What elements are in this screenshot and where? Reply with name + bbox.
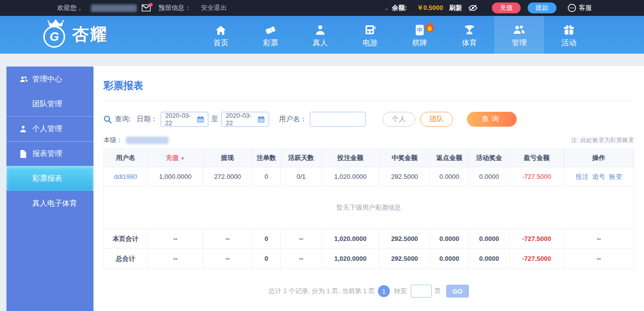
- col-rebate: 返点金额: [430, 149, 469, 167]
- pagination: 总计 1 个记录, 分为 1 页, 当前第 1 页 1 转至 页 GO: [103, 285, 634, 298]
- col-username: 用户名: [104, 149, 148, 167]
- page-total-activity-bonus: 0.0000: [469, 229, 510, 249]
- people-icon: [513, 24, 526, 35]
- main-nav-bar: G 杏耀 首页 彩票 真人 电游 中 棋牌 体育: [0, 16, 644, 54]
- page-total-actions: --: [564, 229, 634, 249]
- row-withdraw: 272.0000: [203, 167, 252, 186]
- level-label: 本级：: [103, 136, 123, 145]
- sidebar-item-live-esports[interactable]: 真人电子体育: [6, 191, 93, 216]
- col-deposit-sortable[interactable]: 充值 ▼: [148, 149, 203, 167]
- sidebar: 管理中心 团队管理 个人管理 报表管理 彩票报表 真人电子体育: [6, 67, 93, 311]
- nav-item-label: 彩票: [263, 38, 278, 48]
- grand-total-row: 总合计 -- -- 0 -- 1,020.0000 292.5000 0.000…: [104, 249, 634, 269]
- top-status-bar: 欢迎您， 预留信息： 安全退出 ⌄ 余额: ￥0.5000 刷新 充值 提款 客…: [0, 0, 644, 16]
- grand-total-profit-loss: -727.5000: [510, 249, 564, 269]
- row-rebate: 0.0000: [430, 167, 469, 186]
- account-change-link[interactable]: 账变: [609, 173, 622, 180]
- date-label: 日期：: [137, 115, 158, 124]
- goto-page-input[interactable]: [411, 285, 432, 298]
- row-profit-loss: -727.5000: [510, 167, 564, 186]
- page-total-bet-count: 0: [252, 229, 281, 249]
- withdraw-button[interactable]: 提款: [528, 2, 556, 13]
- page-total-profit-loss: -727.5000: [510, 229, 564, 249]
- nav-item-label: 管理: [512, 38, 527, 48]
- page-total-rebate: 0.0000: [430, 229, 469, 249]
- nav-item-label: 棋牌: [412, 38, 427, 48]
- row-actions: 投注 追号 账变: [564, 167, 634, 186]
- grand-total-rebate: 0.0000: [430, 249, 469, 269]
- nav-item-label: 真人: [313, 38, 328, 48]
- nav-item-promotions[interactable]: 活动: [544, 16, 594, 54]
- person-icon: [315, 24, 326, 35]
- chase-link[interactable]: 追号: [592, 173, 605, 180]
- sidebar-item-team-management[interactable]: 团队管理: [6, 91, 93, 116]
- nav-item-home[interactable]: 首页: [196, 16, 246, 54]
- logout-link[interactable]: 安全退出: [201, 3, 227, 12]
- goto-label: 转至: [394, 287, 407, 296]
- sidebar-item-label: 彩票报表: [32, 174, 62, 183]
- nav-item-egames[interactable]: 电游: [345, 16, 395, 54]
- title-divider: [103, 100, 634, 101]
- row-bet-amount: 1,020.0000: [322, 167, 379, 186]
- query-button[interactable]: 查询: [467, 112, 517, 127]
- page-title: 彩票报表: [103, 66, 634, 92]
- mail-button[interactable]: [142, 4, 151, 11]
- page-total-active-days: --: [281, 229, 322, 249]
- sidebar-item-management-center[interactable]: 管理中心: [6, 67, 93, 91]
- home-icon: [215, 25, 226, 35]
- nav-item-boardgames[interactable]: 中 棋牌: [395, 16, 445, 54]
- sidebar-item-label: 报表管理: [32, 149, 62, 158]
- sidebar-item-report-management[interactable]: 报表管理: [6, 141, 93, 166]
- date-from-value: 2020-03-22: [165, 112, 197, 127]
- trophy-icon: [464, 24, 475, 35]
- calendar-icon: [258, 116, 265, 123]
- team-filter-button[interactable]: 团队: [420, 112, 453, 127]
- deposit-button[interactable]: 充值: [492, 2, 521, 13]
- main-content: 彩票报表 查询: 日期： 2020-03-22 至 2020-03-22 用户名…: [93, 66, 644, 311]
- page-total-win-amount: 292.5000: [379, 229, 430, 249]
- chevron-down-icon[interactable]: ⌄: [384, 5, 389, 11]
- col-win-amount: 中奖金额: [379, 149, 430, 167]
- row-username-link[interactable]: ddl1980: [114, 173, 137, 180]
- date-to-input[interactable]: 2020-03-22: [221, 112, 269, 127]
- nav-item-live[interactable]: 真人: [295, 16, 345, 54]
- brand-logo[interactable]: G 杏耀: [42, 16, 108, 54]
- username-input[interactable]: [310, 112, 366, 127]
- go-button[interactable]: GO: [446, 285, 469, 298]
- sidebar-item-lottery-report[interactable]: 彩票报表: [6, 166, 93, 191]
- nav-item-sports[interactable]: 体育: [445, 16, 494, 54]
- slot-machine-icon: [364, 24, 376, 35]
- bet-link[interactable]: 投注: [575, 173, 588, 180]
- page-total-row: 本页合计 -- -- 0 -- 1,020.0000 292.5000 0.00…: [104, 229, 634, 249]
- grand-total-activity-bonus: 0.0000: [469, 249, 510, 269]
- grand-total-actions: --: [564, 249, 634, 269]
- account-change-note: 注: 此处账变为彩票账变: [571, 136, 634, 145]
- username-redacted: [91, 4, 137, 12]
- col-active-days: 活跃天数: [281, 149, 322, 167]
- mahjong-tile-icon: 中: [416, 25, 424, 35]
- empty-message: 暂无下级用户彩票信息: [104, 186, 634, 229]
- page-total-label: 本页合计: [104, 229, 148, 249]
- query-label: 查询:: [115, 115, 131, 124]
- refresh-balance-link[interactable]: 刷新: [449, 3, 462, 12]
- col-bet-count: 注单数: [252, 149, 281, 167]
- empty-message-row: 暂无下级用户彩票信息: [104, 186, 634, 229]
- personal-filter-button[interactable]: 个人: [382, 112, 415, 127]
- date-from-input[interactable]: 2020-03-22: [161, 112, 208, 127]
- sidebar-item-personal-management[interactable]: 个人管理: [6, 116, 93, 141]
- nav-item-management[interactable]: 管理: [494, 16, 544, 54]
- nav-item-lottery[interactable]: 彩票: [246, 16, 295, 54]
- username-label: 用户名：: [279, 115, 307, 124]
- query-form: 查询: 日期： 2020-03-22 至 2020-03-22 用户名： 个人 …: [103, 112, 634, 127]
- grand-total-deposit: --: [148, 249, 203, 269]
- row-activity-bonus: 0.0000: [469, 167, 510, 186]
- balance-label: 余额:: [392, 3, 407, 12]
- hide-balance-button[interactable]: [468, 4, 478, 12]
- page-1-button[interactable]: 1: [378, 285, 390, 297]
- customer-service-button[interactable]: 客服: [567, 3, 592, 12]
- col-activity-bonus: 活动奖金: [469, 149, 510, 167]
- row-bet-count: 0: [252, 167, 281, 186]
- row-active-days: 0/1: [281, 167, 322, 186]
- search-icon: [103, 115, 112, 124]
- level-row: 本级： 注: 此处账变为彩票账变: [103, 136, 634, 145]
